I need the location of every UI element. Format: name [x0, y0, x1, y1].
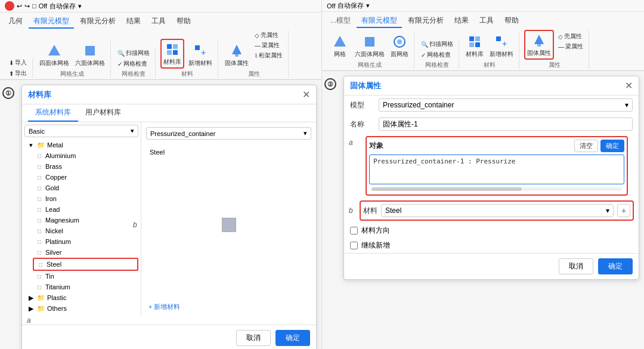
object-clear-btn[interactable]: 清空: [574, 140, 598, 152]
left-solid-prop-btn[interactable]: 固体属性: [223, 41, 250, 69]
left-export-btn[interactable]: ⬆ 导出: [7, 69, 29, 78]
import-icon: ⬇: [9, 60, 14, 66]
right-face-mesh-btn[interactable]: 面网格: [389, 32, 410, 60]
tree-nickel[interactable]: □Nickel: [33, 226, 138, 236]
left-redo-btn[interactable]: ↪: [24, 2, 30, 10]
model-select[interactable]: Pressurized_container ▾: [379, 98, 633, 112]
name-input[interactable]: [379, 118, 633, 131]
file-icon: □: [35, 173, 44, 181]
right-solid-prop-icon: [531, 32, 547, 49]
circle-2: ②: [322, 71, 339, 92]
left-scan-btn[interactable]: 🔍 扫描网格: [116, 48, 151, 58]
right-beam-prop-btn[interactable]: — 梁属性: [556, 42, 585, 51]
left-tab-fem-analysis[interactable]: 有限元分析: [75, 15, 120, 29]
right-tab-fem-model[interactable]: 有限元模型: [357, 14, 402, 28]
tree-copper[interactable]: □Copper: [33, 172, 138, 183]
dialog-close-btn[interactable]: ✕: [302, 89, 310, 100]
left-topbar: ↩ ↪ □ Off 自动保存 ▾: [0, 0, 321, 13]
left-tab-help[interactable]: 帮助: [172, 15, 196, 29]
right-hex-mesh-btn[interactable]: 六面体网格: [353, 32, 386, 60]
object-textarea[interactable]: [369, 155, 624, 184]
svg-rect-16: [469, 42, 474, 47]
material-select[interactable]: Steel ▾: [381, 204, 614, 217]
left-check-btn[interactable]: ✓ 网格检查: [116, 59, 151, 69]
tree-metal-expanded[interactable]: ▾ 📁 Metal: [24, 140, 138, 150]
tree-plastic[interactable]: ▶ 📁 Plastic: [24, 292, 138, 303]
dialog-confirm-btn[interactable]: 确定: [275, 330, 310, 346]
left-tab-fem-model[interactable]: 有限元模型: [29, 15, 74, 29]
left-material-icons: 材料库 + 新增材料: [160, 39, 214, 69]
left-tab-tools[interactable]: 工具: [147, 15, 171, 29]
left-add-material-btn[interactable]: + 新增材料: [187, 41, 214, 69]
tree-magnesium[interactable]: □Magnesium: [33, 215, 138, 226]
material-direction-checkbox[interactable]: [350, 227, 358, 234]
left-shell-prop-btn[interactable]: ◇ 壳属性: [253, 30, 284, 40]
beam-icon: —: [255, 42, 261, 49]
textarea-scrollbar[interactable]: [371, 187, 622, 191]
right-tab-help[interactable]: 帮助: [500, 14, 524, 28]
svg-marker-20: [534, 35, 544, 44]
left-undo-btn[interactable]: ↩: [17, 2, 22, 10]
tree-gold[interactable]: □Gold: [33, 183, 138, 193]
right-tab-fem-analysis[interactable]: 有限元分析: [403, 14, 448, 28]
tree-iron[interactable]: □Iron: [33, 193, 138, 204]
prop-cancel-btn[interactable]: 取消: [559, 258, 593, 274]
right-tab-results[interactable]: 结果: [450, 14, 473, 28]
file-icon: □: [35, 283, 44, 291]
right-check-btn[interactable]: ✓ 网格检查: [419, 50, 455, 60]
material-library-dialog: 材料库 ✕ 系统材料库 用户材料库 Basic ▾: [21, 85, 317, 349]
left-dropdown-arrow[interactable]: ▾: [78, 2, 82, 10]
file-icon: □: [36, 260, 45, 268]
continue-add-checkbox[interactable]: [350, 242, 358, 249]
basic-dropdown[interactable]: Basic ▾: [24, 125, 138, 137]
tree-lead[interactable]: □Lead: [33, 204, 138, 215]
right-shell-prop-btn[interactable]: ◇ 壳属性: [556, 32, 585, 41]
tab-user-library[interactable]: 用户材料库: [78, 104, 128, 122]
right-scan-btn[interactable]: 🔍 扫描网格: [419, 39, 455, 49]
tree-brass[interactable]: □Brass: [33, 161, 138, 172]
right-dropdown-arrow[interactable]: ▾: [366, 2, 370, 10]
left-tab-geometry[interactable]: 几何: [4, 15, 27, 29]
tree-tin[interactable]: □Tin: [33, 271, 138, 282]
object-section: 对象 清空 确定: [366, 136, 628, 196]
left-tab-results[interactable]: 结果: [122, 15, 145, 29]
material-lib-icon: [164, 41, 181, 58]
metal-children: □Aluminium □Brass □Copper □Gold □Iron □L…: [24, 150, 138, 292]
left-hex-mesh-btn[interactable]: 六面体网格: [73, 41, 107, 69]
material-add-btn[interactable]: +: [617, 204, 630, 217]
right-material-lib-btn[interactable]: 材料库: [464, 32, 485, 60]
svg-rect-3: [173, 44, 178, 49]
tree-others[interactable]: ▶ 📁 Others: [24, 303, 138, 314]
tree-silver[interactable]: □Silver: [33, 247, 138, 258]
truss-icon: ⌇: [255, 52, 258, 59]
prop-dialog-close-btn[interactable]: ✕: [625, 80, 633, 91]
tree-titanium[interactable]: □Titanium: [33, 282, 138, 292]
object-confirm-btn[interactable]: 确定: [600, 140, 624, 152]
left-beam-prop-btn[interactable]: — 梁属性: [253, 41, 284, 50]
right-solid-prop-btn[interactable]: 固体属性: [524, 30, 554, 60]
tab-system-library[interactable]: 系统材料库: [28, 104, 78, 122]
tree-platinum[interactable]: □Platinum: [33, 236, 138, 247]
right-material-group-label: 材料: [484, 61, 496, 69]
right-tab-trim[interactable]: ...模型: [326, 14, 355, 28]
left-tet-mesh-btn[interactable]: 四面体网格: [38, 41, 71, 69]
tree-steel[interactable]: □Steel: [33, 258, 138, 271]
label-b-right: b: [349, 206, 357, 215]
tree-aluminium[interactable]: □Aluminium: [33, 150, 138, 161]
material-section: 材料 Steel ▾ +: [360, 200, 634, 221]
left-truss-prop-btn[interactable]: ⌇ 桁架属性: [253, 51, 284, 60]
svg-rect-14: [469, 36, 474, 41]
file-icon: □: [35, 184, 44, 192]
right-mesh-btn[interactable]: 网格: [329, 32, 351, 60]
container-dropdown[interactable]: Pressurized_container ▾: [146, 127, 311, 140]
right-add-material-btn[interactable]: + 新增材料: [488, 32, 515, 60]
prop-ok-btn[interactable]: 确定: [598, 258, 633, 274]
dialog-cancel-btn[interactable]: 取消: [236, 330, 271, 346]
name-label: 名称: [350, 119, 374, 129]
left-import-btn[interactable]: ⬇ 导入: [7, 58, 29, 67]
left-material-lib-btn[interactable]: 材料库: [160, 39, 184, 69]
add-material-btn[interactable]: + 新增材料: [144, 300, 314, 314]
file-icon: □: [35, 227, 44, 235]
right-tab-tools[interactable]: 工具: [475, 14, 499, 28]
dialog-header: 材料库 ✕: [22, 85, 316, 104]
